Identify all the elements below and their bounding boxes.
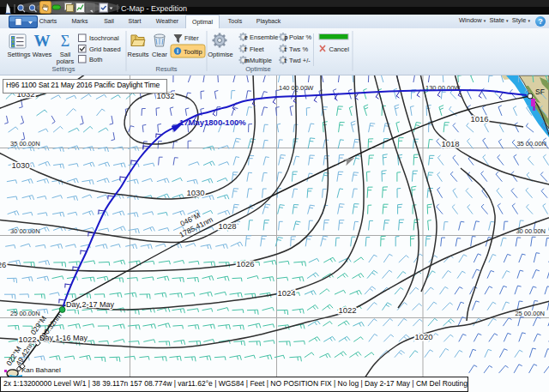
svg-text:1018: 1018 xyxy=(441,139,459,148)
svg-text:1022: 1022 xyxy=(338,305,356,315)
svg-text:1026: 1026 xyxy=(236,259,254,268)
svg-text:p: p xyxy=(285,34,288,41)
svg-text:C-Map - Expedition: C-Map - Expedition xyxy=(121,4,187,13)
svg-text:e: e xyxy=(244,34,248,40)
svg-text:26: 26 xyxy=(0,260,6,269)
svg-text:Ensemble: Ensemble xyxy=(250,33,278,41)
svg-text:25 00.00N: 25 00.00N xyxy=(515,310,545,317)
svg-text:1020: 1020 xyxy=(414,332,432,341)
svg-text:140 00.00W: 140 00.00W xyxy=(279,84,314,92)
svg-text:SF: SF xyxy=(535,87,545,96)
svg-text:Cancel: Cancel xyxy=(329,45,350,53)
svg-text:Polar %: Polar % xyxy=(289,33,312,41)
svg-text:Kan Bahanel: Kan Bahanel xyxy=(21,366,61,374)
svg-text:Twd +/-: Twd +/- xyxy=(289,57,311,64)
svg-text:Day 2-17 May: Day 2-17 May xyxy=(66,300,115,309)
svg-text:1030: 1030 xyxy=(186,188,204,197)
svg-text:Multiple: Multiple xyxy=(250,57,272,64)
svg-text:17May1800-100%: 17May1800-100% xyxy=(179,118,246,127)
svg-text:Fleet: Fleet xyxy=(250,45,265,53)
svg-text:25 00.00N: 25 00.00N xyxy=(10,310,40,317)
svg-text:1028: 1028 xyxy=(218,221,236,231)
svg-text:1022: 1022 xyxy=(18,335,36,344)
svg-text:1024: 1024 xyxy=(277,288,295,298)
svg-text:1016: 1016 xyxy=(470,114,488,124)
svg-text:1030: 1030 xyxy=(11,160,29,170)
svg-text:Tws %: Tws % xyxy=(289,45,308,53)
svg-text:Optimise: Optimise xyxy=(245,65,271,73)
